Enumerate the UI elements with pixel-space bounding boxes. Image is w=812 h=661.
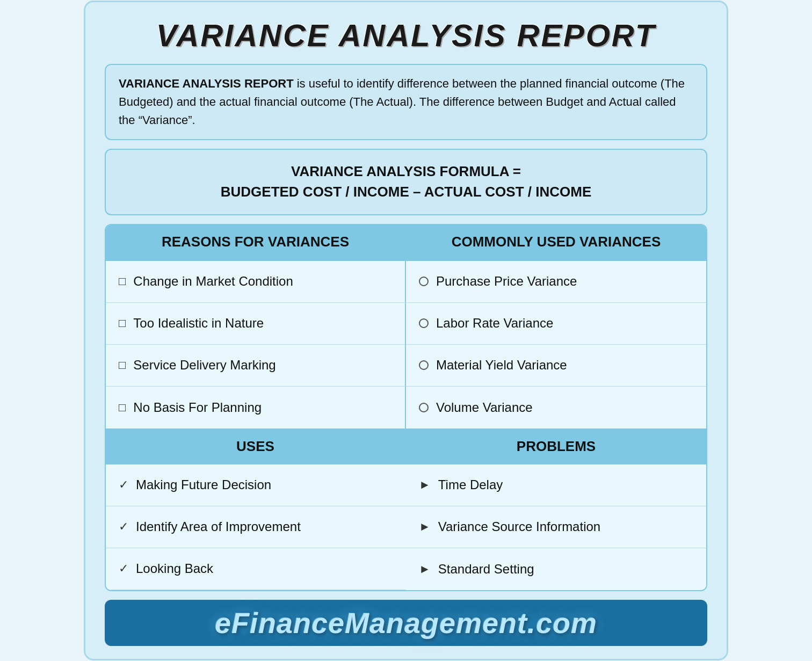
- description-bold: VARIANCE ANALYSIS REPORT: [119, 77, 294, 90]
- uses-problems-header-row: USES PROBLEMS: [106, 428, 706, 463]
- problem-item-3: ► Standard Setting: [406, 548, 706, 590]
- arrow-icon-1: ►: [419, 478, 431, 492]
- formula-line1: VARIANCE ANALYSIS FORMULA =: [119, 162, 693, 182]
- page-wrapper: VARIANCE ANALYSIS REPORT VARIANCE ANALYS…: [84, 1, 728, 660]
- circle-icon-3: [419, 360, 429, 370]
- checkbox-icon-2: □: [119, 316, 126, 330]
- main-title: VARIANCE ANALYSIS REPORT: [105, 17, 707, 53]
- uses-problems-grid: ✓ Making Future Decision ► Time Delay ✓ …: [106, 463, 706, 590]
- check-icon-1: ✓: [119, 478, 128, 492]
- use-item-2: ✓ Identify Area of Improvement: [106, 506, 406, 548]
- variance-item-3: Material Yield Variance: [406, 345, 706, 387]
- checkbox-icon-3: □: [119, 358, 126, 372]
- problems-header: PROBLEMS: [406, 430, 706, 463]
- variance-item-1: Purchase Price Variance: [406, 261, 706, 303]
- reason-item-2: □ Too Idealistic in Nature: [106, 303, 406, 345]
- main-grid: REASONS FOR VARIANCES COMMONLY USED VARI…: [105, 224, 707, 591]
- variances-header: COMMONLY USED VARIANCES: [406, 225, 706, 260]
- reason-item-1: □ Change in Market Condition: [106, 261, 406, 303]
- reasons-header: REASONS FOR VARIANCES: [106, 225, 406, 260]
- check-icon-3: ✓: [119, 562, 128, 576]
- reason-item-4: □ No Basis For Planning: [106, 387, 406, 428]
- use-item-3: ✓ Looking Back: [106, 548, 406, 590]
- description-box: VARIANCE ANALYSIS REPORT is useful to id…: [105, 64, 707, 140]
- footer: eFinanceManagement.com: [105, 600, 707, 646]
- uses-header: USES: [106, 430, 406, 463]
- circle-icon-2: [419, 318, 429, 328]
- use-item-1: ✓ Making Future Decision: [106, 464, 406, 506]
- formula-line2: BUDGETED COST / INCOME – ACTUAL COST / I…: [119, 182, 693, 202]
- reasons-variances-grid: □ Change in Market Condition Purchase Pr…: [106, 260, 706, 428]
- problem-item-2: ► Variance Source Information: [406, 506, 706, 548]
- variance-item-2: Labor Rate Variance: [406, 303, 706, 345]
- arrow-icon-3: ►: [419, 562, 431, 576]
- arrow-icon-2: ►: [419, 520, 431, 534]
- circle-icon-4: [419, 403, 429, 412]
- reason-item-3: □ Service Delivery Marking: [106, 345, 406, 387]
- problem-item-1: ► Time Delay: [406, 464, 706, 506]
- circle-icon-1: [419, 277, 429, 286]
- formula-box: VARIANCE ANALYSIS FORMULA = BUDGETED COS…: [105, 149, 707, 215]
- variance-item-4: Volume Variance: [406, 387, 706, 428]
- checkbox-icon-4: □: [119, 401, 126, 415]
- checkbox-icon-1: □: [119, 274, 126, 288]
- check-icon-2: ✓: [119, 520, 128, 534]
